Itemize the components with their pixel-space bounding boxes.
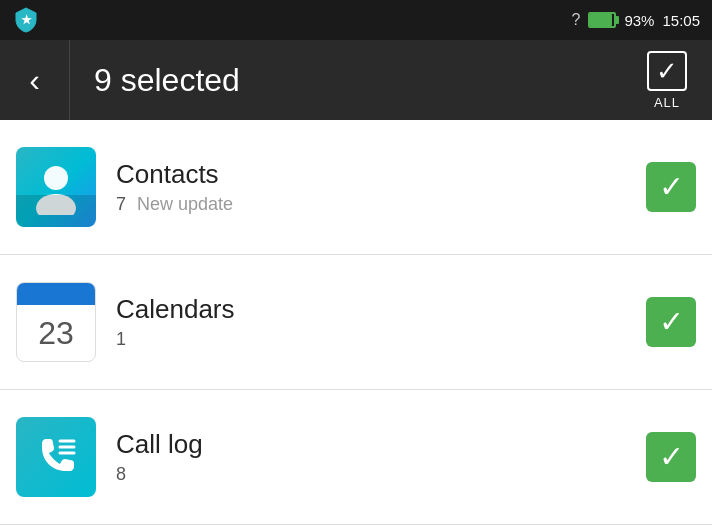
back-button[interactable]: ‹: [0, 40, 70, 120]
calendar-visual: 23: [17, 283, 95, 361]
contacts-count: 7: [116, 194, 126, 214]
svg-point-2: [36, 194, 76, 215]
calendars-checkmark-icon: ✓: [659, 307, 684, 337]
calllog-count: 8: [116, 464, 126, 484]
battery-icon: [588, 12, 616, 28]
status-bar: ★ ? 93% 15:05: [0, 0, 712, 40]
list-item[interactable]: Contacts 7 New update ✓: [0, 120, 712, 255]
calllog-checkmark-icon: ✓: [659, 442, 684, 472]
calllog-sub: 8: [116, 464, 646, 485]
toolbar: ‹ 9 selected ✓ ALL: [0, 40, 712, 120]
app-list: Contacts 7 New update ✓ 23 Calendars 1 ✓: [0, 120, 712, 525]
phone-icon: [30, 431, 82, 483]
contacts-checkbox[interactable]: ✓: [646, 162, 696, 212]
contacts-app-icon: [16, 147, 96, 227]
calendars-count: 1: [116, 329, 126, 349]
calllog-name: Call log: [116, 429, 646, 460]
shield-icon: ★: [12, 6, 40, 34]
selection-count-title: 9 selected: [70, 62, 622, 99]
select-all-checkmark-icon: ✓: [656, 58, 678, 84]
list-item[interactable]: 23 Calendars 1 ✓: [0, 255, 712, 390]
calendar-header: [17, 283, 95, 305]
contacts-info: Contacts 7 New update: [116, 159, 646, 215]
calllog-app-icon: [16, 417, 96, 497]
phone-icon-area: [16, 417, 96, 497]
list-item[interactable]: Call log 8 ✓: [0, 390, 712, 525]
calendars-sub: 1: [116, 329, 646, 350]
calllog-checkbox[interactable]: ✓: [646, 432, 696, 482]
status-right: ? 93% 15:05: [572, 11, 700, 29]
calendar-date: 23: [17, 305, 95, 361]
all-label: ALL: [654, 95, 680, 110]
sim-status: ?: [572, 11, 581, 29]
select-all-button[interactable]: ✓ ALL: [622, 40, 712, 120]
calendars-app-icon: 23: [16, 282, 96, 362]
contacts-sub: 7 New update: [116, 194, 646, 215]
status-left: ★: [12, 6, 40, 34]
back-chevron-icon: ‹: [29, 62, 40, 99]
svg-point-1: [44, 166, 68, 190]
select-all-checkbox: ✓: [647, 51, 687, 91]
person-icon: [31, 160, 81, 215]
contacts-subtext: New update: [137, 194, 233, 214]
calendars-checkbox[interactable]: ✓: [646, 297, 696, 347]
clock: 15:05: [662, 12, 700, 29]
calendars-info: Calendars 1: [116, 294, 646, 350]
calllog-info: Call log 8: [116, 429, 646, 485]
contacts-checkmark-icon: ✓: [659, 172, 684, 202]
calendars-name: Calendars: [116, 294, 646, 325]
battery-percentage: 93%: [624, 12, 654, 29]
svg-text:★: ★: [21, 13, 32, 27]
contacts-name: Contacts: [116, 159, 646, 190]
